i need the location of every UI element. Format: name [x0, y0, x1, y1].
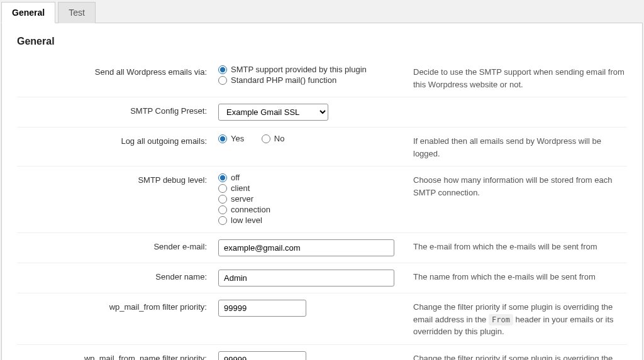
label-preset: SMTP Config Preset:: [17, 104, 218, 116]
code-from: From: [489, 314, 513, 325]
radio-log-no[interactable]: No: [262, 134, 285, 143]
desc-from-name-priority: Change the filter priority if some plugi…: [413, 351, 627, 361]
radio-debug-connection-label: connection: [231, 205, 270, 214]
field-log: Yes No: [218, 134, 413, 145]
radio-debug-client[interactable]: client: [218, 183, 401, 193]
radio-debug-server-input[interactable]: [218, 195, 227, 204]
label-send-via: Send all Wordpress emails via:: [17, 65, 218, 77]
radio-php-mail[interactable]: Standard PHP mail() function: [218, 75, 401, 85]
radio-debug-lowlevel-label: low level: [231, 215, 262, 225]
radio-debug-connection[interactable]: connection: [218, 205, 401, 214]
field-from-priority: [218, 300, 413, 317]
radio-php-mail-label: Standard PHP mail() function: [231, 75, 336, 85]
label-log: Log all outgoing emails:: [17, 134, 218, 146]
input-sender-email[interactable]: [218, 239, 394, 256]
row-log: Log all outgoing emails: Yes No If enabl…: [17, 128, 627, 166]
field-sender-name: [218, 270, 413, 286]
select-preset[interactable]: Example Gmail SSL: [218, 104, 328, 121]
radio-debug-connection-input[interactable]: [218, 205, 227, 214]
row-sender-email: Sender e-mail: The e-mail from which the…: [17, 233, 627, 263]
row-from-priority: wp_mail_from filter priority: Change the…: [17, 293, 627, 345]
radio-smtp-plugin[interactable]: SMTP support provided by this plugin: [218, 65, 401, 74]
panel-general: General Send all Wordpress emails via: S…: [1, 23, 643, 360]
label-sender-email: Sender e-mail:: [17, 239, 218, 251]
radio-debug-lowlevel-input[interactable]: [218, 216, 227, 225]
row-debug: SMTP debug level: off client server conn…: [17, 166, 627, 233]
row-sender-name: Sender name: The name from which the e-m…: [17, 263, 627, 293]
tab-general[interactable]: General: [1, 2, 55, 23]
desc-from-name-priority-pre: Change the filter priority if some plugi…: [413, 354, 613, 361]
label-debug: SMTP debug level:: [17, 173, 218, 185]
label-from-name-priority: wp_mail_from_name filter priority:: [17, 351, 218, 361]
radio-log-yes[interactable]: Yes: [218, 134, 244, 143]
field-preset: Example Gmail SSL: [218, 104, 413, 121]
row-from-name-priority: wp_mail_from_name filter priority: Chang…: [17, 345, 627, 361]
radio-log-yes-input[interactable]: [218, 134, 227, 143]
radio-log-no-label: No: [274, 134, 285, 143]
input-from-priority[interactable]: [218, 300, 306, 317]
label-from-priority: wp_mail_from filter priority:: [17, 300, 218, 312]
section-title: General: [17, 36, 627, 47]
radio-smtp-plugin-label: SMTP support provided by this plugin: [231, 65, 367, 74]
desc-sender-name: The name from which the e-mails will be …: [413, 270, 627, 283]
field-debug: off client server connection low level: [218, 173, 413, 226]
radio-log-yes-label: Yes: [231, 134, 244, 143]
desc-from-priority: Change the filter priority if some plugi…: [413, 300, 627, 338]
desc-send-via: Decide to use the SMTP support when send…: [413, 65, 627, 90]
desc-debug: Choose how many information will be stor…: [413, 173, 627, 199]
field-from-name-priority: [218, 351, 413, 361]
radio-debug-off-label: off: [231, 173, 240, 182]
radio-debug-server[interactable]: server: [218, 194, 401, 204]
radio-debug-server-label: server: [231, 194, 253, 204]
tab-test[interactable]: Test: [58, 2, 96, 23]
desc-log: If enabled then all emails send by Wordp…: [413, 134, 627, 160]
label-sender-name: Sender name:: [17, 270, 218, 281]
row-send-via: Send all Wordpress emails via: SMTP supp…: [17, 58, 627, 97]
field-sender-email: [218, 239, 413, 256]
radio-php-mail-input[interactable]: [218, 76, 227, 85]
radio-debug-off-input[interactable]: [218, 173, 227, 182]
field-send-via: SMTP support provided by this plugin Sta…: [218, 65, 413, 86]
settings-wrapper: General Test General Send all Wordpress …: [1, 1, 643, 360]
tabs: General Test: [1, 1, 643, 23]
radio-debug-client-label: client: [231, 183, 250, 193]
radio-log-no-input[interactable]: [262, 134, 270, 143]
desc-preset: [413, 104, 627, 105]
radio-debug-off[interactable]: off: [218, 173, 401, 182]
radio-smtp-plugin-input[interactable]: [218, 65, 227, 74]
desc-sender-email: The e-mail from which the e-mails will b…: [413, 239, 627, 253]
radio-debug-client-input[interactable]: [218, 184, 227, 193]
row-preset: SMTP Config Preset: Example Gmail SSL: [17, 97, 627, 128]
input-from-name-priority[interactable]: [218, 351, 306, 361]
input-sender-name[interactable]: [218, 270, 394, 286]
radio-debug-lowlevel[interactable]: low level: [218, 215, 401, 225]
